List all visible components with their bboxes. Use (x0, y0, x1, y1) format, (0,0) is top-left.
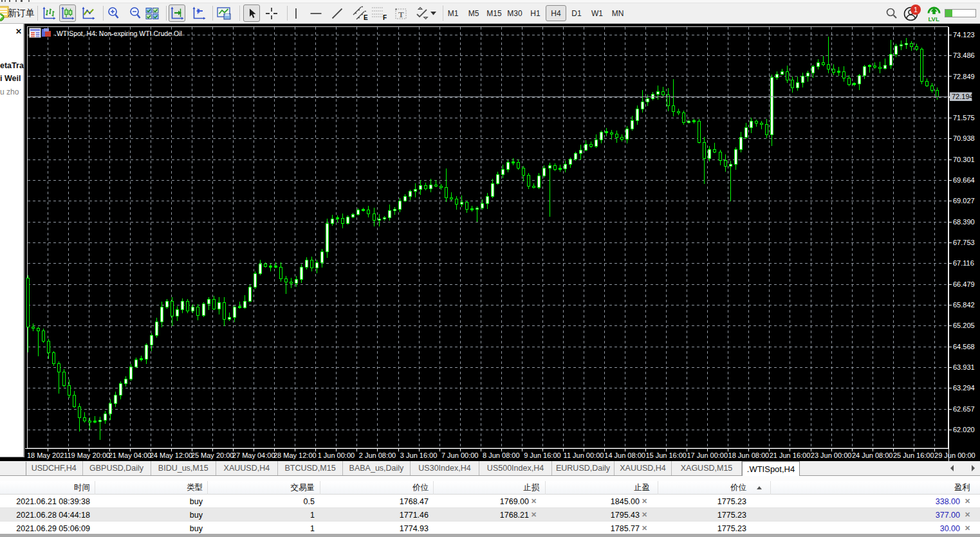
svg-text:27 May 04:00: 27 May 04:00 (232, 451, 275, 459)
svg-text:11 Jun 00:00: 11 Jun 00:00 (564, 451, 604, 459)
svg-text:2 Jun 08:00: 2 Jun 08:00 (359, 451, 396, 459)
svg-text:8 Jun 08:00: 8 Jun 08:00 (483, 451, 520, 459)
svg-text:62.020: 62.020 (953, 426, 975, 433)
svg-text:15 Jun 16:00: 15 Jun 16:00 (645, 451, 687, 459)
svg-text:T: T (398, 9, 404, 19)
svg-text:18 Jun 08:00: 18 Jun 08:00 (728, 451, 770, 459)
svg-text:1 Jun 00:00: 1 Jun 00:00 (318, 451, 355, 459)
svg-text:68.390: 68.390 (953, 218, 975, 226)
svg-text:64.568: 64.568 (953, 343, 975, 350)
svg-text:28 May 12:00: 28 May 12:00 (273, 451, 317, 459)
svg-text:9 Jun 16:00: 9 Jun 16:00 (524, 451, 561, 459)
svg-text:7 Jun 00:00: 7 Jun 00:00 (441, 451, 479, 459)
svg-text:70.301: 70.301 (953, 156, 975, 163)
svg-text:18 May 2021: 18 May 2021 (27, 451, 68, 459)
svg-text:21 May 04:00: 21 May 04:00 (109, 451, 152, 459)
svg-text:25 May 20:00: 25 May 20:00 (191, 451, 234, 459)
svg-text:70.938: 70.938 (953, 134, 975, 142)
svg-text:65.205: 65.205 (953, 322, 975, 329)
svg-text:63.931: 63.931 (953, 363, 975, 371)
svg-text:72.194: 72.194 (952, 93, 974, 100)
svg-text:.WTISpot, H4: Non-expiring WT: .WTISpot, H4: Non-expiring WTI Crude Oil (55, 30, 182, 37)
svg-text:63.294: 63.294 (953, 384, 975, 392)
svg-text:17 Jun 00:00: 17 Jun 00:00 (687, 451, 728, 459)
svg-text:14 Jun 08:00: 14 Jun 08:00 (604, 451, 645, 459)
svg-text:71.575: 71.575 (953, 114, 975, 122)
svg-text:24 May 12:00: 24 May 12:00 (150, 451, 193, 459)
svg-text:69.664: 69.664 (953, 176, 975, 184)
svg-text:74.123: 74.123 (953, 31, 975, 39)
svg-text:65.842: 65.842 (953, 301, 975, 309)
svg-text:3 Jun 16:00: 3 Jun 16:00 (400, 451, 438, 459)
svg-text:67.753: 67.753 (953, 239, 975, 246)
svg-text:72.849: 72.849 (953, 73, 975, 80)
svg-text:E: E (364, 14, 368, 21)
svg-text:69.027: 69.027 (953, 197, 975, 205)
svg-text:25 Jun 16:00: 25 Jun 16:00 (893, 451, 934, 459)
svg-text:F: F (383, 14, 387, 21)
svg-text:21 Jun 16:00: 21 Jun 16:00 (770, 451, 811, 459)
svg-text:73.486: 73.486 (953, 51, 975, 59)
svg-text:23 Jun 00:00: 23 Jun 00:00 (811, 451, 852, 459)
svg-text:LVL: LVL (928, 15, 939, 22)
svg-text:66.479: 66.479 (953, 280, 975, 288)
svg-text:19 May 20:00: 19 May 20:00 (67, 451, 110, 459)
svg-text:67.116: 67.116 (953, 259, 974, 267)
svg-text:29 Jun 00:00: 29 Jun 00:00 (934, 451, 975, 459)
svg-text:24 Jun 08:00: 24 Jun 08:00 (852, 451, 893, 459)
svg-text:62.657: 62.657 (953, 405, 975, 413)
